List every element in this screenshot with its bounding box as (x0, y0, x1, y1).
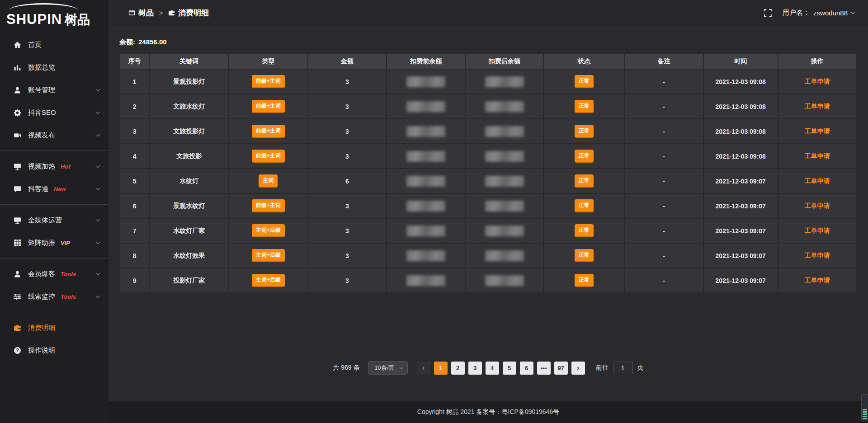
sidebar-divider (0, 150, 108, 151)
chevron-down-icon (96, 271, 100, 276)
type-badge: 主词+后缀 (252, 274, 285, 287)
cell-keyword: 水纹灯效果 (149, 243, 229, 268)
page-button-1[interactable]: 1 (434, 362, 448, 375)
cell-pre-balance (387, 218, 465, 243)
video-icon (14, 132, 21, 139)
wallet-icon (14, 324, 21, 332)
goto-page-input[interactable] (613, 362, 633, 374)
cell-post-balance (465, 193, 543, 218)
cell-type: 主词+后缀 (229, 218, 307, 243)
sidebar-item-matrix-boost[interactable]: 矩阵助推VIP (0, 231, 108, 254)
cell-type: 前缀+主词 (229, 144, 307, 169)
work-order-link[interactable]: 工单申请 (805, 152, 830, 160)
sidebar-item-tag: New (54, 186, 66, 193)
sidebar-item-video-publish[interactable]: 视频发布 (0, 124, 108, 146)
footer: Copyright 树品 2021 备案号：粤ICP备09019646号 (108, 401, 868, 423)
page-button-6[interactable]: 6 (520, 362, 533, 375)
sidebar-divider (0, 204, 108, 205)
sidebar-item-omni-media[interactable]: 全媒体运营 (0, 209, 108, 231)
chevron-down-icon (96, 217, 100, 222)
redacted-post-balance (485, 101, 524, 112)
cell-pre-balance (387, 69, 465, 94)
cell-keyword: 水纹灯 (149, 169, 229, 193)
sidebar-item-clue-monitor[interactable]: 线索监控Tools (0, 285, 108, 308)
work-order-link[interactable]: 工单申请 (805, 277, 830, 284)
redacted-post-balance (485, 275, 524, 286)
redacted-pre-balance (406, 126, 445, 137)
user-icon (14, 86, 21, 94)
page-button-97[interactable]: 97 (554, 362, 568, 375)
cell-action: 工单申请 (778, 243, 857, 268)
logo-text-cn: 树品 (65, 14, 90, 26)
cell-time: 2021-12-03 09:08 (703, 144, 778, 169)
sidebar-item-data-overview[interactable]: 数据总览 (0, 56, 108, 79)
redacted-post-balance (485, 151, 524, 162)
table-row: 3文旅投影灯前缀+主词3正常-2021-12-03 09:08工单申请 (120, 119, 857, 144)
sidebar-item-operation-guide[interactable]: ?操作说明 (0, 339, 108, 362)
sidebar-item-member-burst[interactable]: 会员爆客Tools (0, 263, 108, 285)
sidebar-item-video-heating[interactable]: 视频加热Hot (0, 155, 108, 178)
user-menu[interactable]: 用户名：zswodun88 (783, 9, 854, 17)
redacted-pre-balance (406, 151, 445, 162)
sidebar-item-account-management[interactable]: 账号管理 (0, 79, 108, 101)
cell-pre-balance (387, 193, 465, 218)
work-order-link[interactable]: 工单申请 (805, 202, 830, 209)
cell-time: 2021-12-03 09:07 (703, 243, 778, 268)
widget-stripe (863, 418, 867, 419)
work-order-link[interactable]: 工单申请 (805, 252, 830, 259)
breadcrumb-label: 树品 (138, 8, 154, 18)
monitor-icon (14, 216, 21, 224)
sidebar-item-home[interactable]: 首页 (0, 33, 108, 56)
cell-type: 主词+后缀 (229, 243, 307, 268)
page-size-select[interactable]: 10条/页 (368, 361, 408, 375)
cell-index: 5 (120, 169, 149, 193)
work-order-link[interactable]: 工单申请 (805, 127, 830, 135)
more-pages-button[interactable]: ••• (537, 362, 551, 375)
cell-amount: 3 (308, 193, 387, 218)
user-icon (14, 270, 21, 278)
sidebar-item-douyin-seo[interactable]: 抖音SEO (0, 101, 108, 124)
page-button-5[interactable]: 5 (503, 362, 516, 375)
work-order-link[interactable]: 工单申请 (805, 177, 830, 184)
cell-post-balance (465, 218, 543, 243)
cell-remark: - (625, 119, 703, 144)
floating-widget[interactable] (861, 394, 868, 421)
prev-page-button[interactable]: ‹ (417, 362, 430, 375)
page-button-2[interactable]: 2 (451, 362, 465, 375)
svg-text:?: ? (16, 348, 19, 353)
chevron-down-icon (96, 132, 100, 137)
cell-type: 前缀+主词 (229, 119, 307, 144)
cell-action: 工单申请 (778, 193, 857, 218)
sidebar-item-label: 账号管理 (28, 86, 55, 94)
page-button-4[interactable]: 4 (486, 362, 499, 375)
cell-index: 9 (120, 268, 149, 293)
cell-post-balance (465, 119, 543, 144)
work-order-link[interactable]: 工单申请 (805, 78, 830, 85)
widget-stripe (863, 409, 867, 410)
type-badge: 主词+后缀 (252, 224, 285, 237)
sidebar-divider (0, 312, 108, 312)
page-button-3[interactable]: 3 (468, 362, 482, 375)
cell-pre-balance (387, 243, 465, 268)
fullscreen-icon[interactable] (764, 9, 772, 17)
breadcrumb-item[interactable]: 消费明细 (168, 8, 209, 18)
cell-remark: - (625, 243, 703, 268)
widget-stripe (863, 414, 867, 415)
redacted-post-balance (485, 176, 524, 187)
column-header: 操作 (778, 53, 857, 69)
next-page-button[interactable]: › (571, 362, 585, 375)
main-column: 树品>消费明细 用户名：zswodun88 余额:24856.00 (108, 0, 868, 423)
column-header: 备注 (625, 53, 703, 69)
cell-amount: 3 (308, 243, 387, 268)
work-order-link[interactable]: 工单申请 (805, 103, 830, 110)
redacted-pre-balance (406, 101, 445, 112)
cell-keyword: 景观水纹灯 (149, 193, 229, 218)
cell-remark: - (625, 218, 703, 243)
chevron-down-icon (96, 240, 100, 244)
sidebar-item-douketong[interactable]: 抖客通New (0, 178, 108, 200)
cell-keyword: 景观投影灯 (149, 69, 229, 94)
breadcrumb-item[interactable]: 树品 (128, 8, 154, 18)
sidebar-item-consumption-details[interactable]: 消费明细 (0, 316, 108, 339)
topbar: 树品>消费明细 用户名：zswodun88 (108, 0, 868, 26)
work-order-link[interactable]: 工单申请 (805, 227, 830, 234)
